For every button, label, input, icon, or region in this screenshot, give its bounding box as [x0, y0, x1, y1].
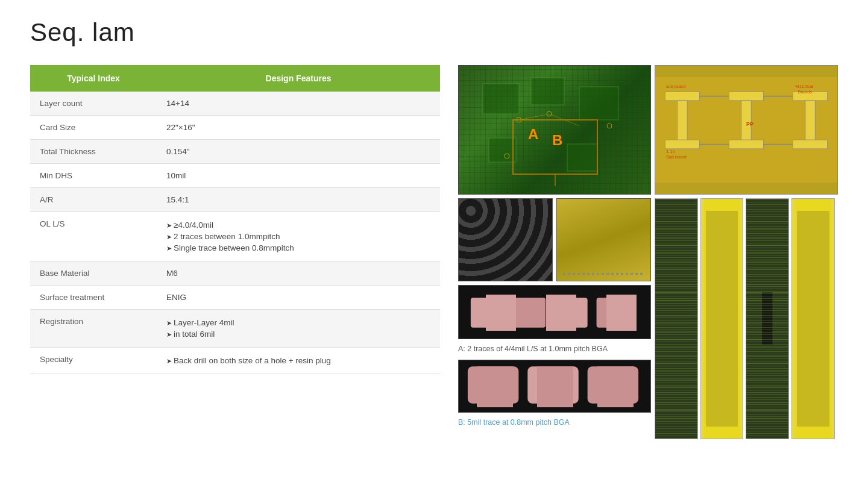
svg-text:PP: PP	[746, 121, 753, 127]
svg-rect-4	[567, 144, 597, 171]
specs-table: Typical Index Design Features Layer coun…	[30, 65, 440, 374]
svg-point-59	[586, 263, 588, 265]
row-index-8: Registration	[30, 310, 157, 348]
svg-point-51	[499, 261, 510, 272]
table-row: Min DHS10mil	[30, 164, 440, 188]
bottom-left-grid: A: 2 traces of 4/4mil L/S at 1.0mm pitch…	[458, 198, 651, 429]
svg-rect-21	[805, 101, 815, 140]
svg-point-43	[532, 226, 543, 237]
svg-rect-15	[678, 101, 687, 140]
table-row: RegistrationLayer-Layer 4milin total 6mi…	[30, 310, 440, 348]
svg-rect-130	[808, 289, 818, 349]
list-item: ≥4.0/4.0mil	[166, 219, 430, 231]
svg-rect-3	[489, 138, 516, 162]
svg-rect-63	[471, 298, 504, 328]
main-content: Typical Index Design Features Layer coun…	[30, 65, 838, 439]
table-row: A/R15.4:1	[30, 188, 440, 212]
svg-text:1-14: 1-14	[666, 149, 675, 154]
row-feature-7: ENIG	[157, 286, 440, 310]
svg-point-36	[499, 208, 510, 219]
table-row: SpecialtyBack drill on both size of a ho…	[30, 348, 440, 374]
row-index-9: Specialty	[30, 348, 157, 374]
svg-rect-69	[527, 366, 578, 404]
bottom-images-row: A: 2 traces of 4/4mil L/S at 1.0mm pitch…	[458, 198, 838, 439]
solder-image-a	[458, 285, 651, 339]
svg-rect-65	[555, 298, 588, 328]
svg-point-50	[483, 261, 494, 272]
table-row: Card Size22"×16"	[30, 116, 440, 140]
svg-rect-71	[655, 214, 697, 424]
svg-point-42	[516, 226, 527, 237]
svg-rect-66	[597, 298, 630, 328]
table-row: Surface treatmentENIG	[30, 286, 440, 310]
svg-point-52	[516, 261, 527, 272]
svg-text:sub board: sub board	[666, 84, 686, 89]
images-section: A B	[458, 65, 838, 439]
svg-point-8	[607, 124, 612, 128]
svg-point-60	[604, 266, 606, 268]
svg-point-34	[466, 208, 477, 219]
svg-rect-33	[459, 199, 552, 281]
row-feature-5: ≥4.0/4.0mil2 traces between 1.0mmpitchSi…	[157, 212, 440, 261]
svg-point-38	[532, 208, 543, 219]
row-index-4: A/R	[30, 188, 157, 212]
row-index-1: Card Size	[30, 116, 157, 140]
svg-rect-128	[795, 199, 831, 439]
svg-point-44	[466, 244, 477, 255]
svg-rect-1	[531, 78, 564, 105]
table-row: OL L/S≥4.0/4.0mil2 traces between 1.0mmp…	[30, 212, 440, 261]
caption-a: A: 2 traces of 4/4mil L/S at 1.0mm pitch…	[458, 343, 651, 356]
caption-b: B: 5mil trace at 0.8mm pitch BGA	[458, 416, 651, 430]
schematic-image: PP sub board M11.5cal Boards 1-14 Sub bo…	[655, 65, 838, 195]
svg-point-61	[622, 264, 624, 266]
row-feature-1: 22"×16"	[157, 116, 440, 140]
svg-point-37	[516, 208, 527, 219]
row-feature-4: 15.4:1	[157, 188, 440, 212]
svg-rect-19	[729, 140, 763, 149]
cross-section-4	[791, 198, 835, 439]
row-feature-3: 10mil	[157, 164, 440, 188]
svg-text:Sub board: Sub board	[666, 154, 687, 160]
cross-section-3	[746, 198, 789, 439]
micro-image-a	[458, 198, 553, 281]
solder-image-b	[458, 360, 651, 413]
row-index-0: Layer count	[30, 92, 157, 116]
svg-rect-98	[704, 199, 740, 439]
row-index-6: Base Material	[30, 261, 157, 286]
svg-rect-62	[459, 286, 650, 339]
svg-text:Boards: Boards	[798, 89, 813, 95]
row-feature-9: Back drill on both size of a hole + resi…	[157, 348, 440, 374]
svg-rect-100	[746, 214, 788, 424]
col-header-features: Design Features	[157, 65, 440, 92]
svg-point-45	[483, 244, 494, 255]
svg-rect-17	[729, 92, 763, 101]
cross-section-1	[655, 198, 698, 439]
list-item: 2 traces between 1.0mmpitch	[166, 231, 430, 242]
cross-section-2	[700, 198, 744, 439]
list-item: Layer-Layer 4mil	[166, 317, 430, 328]
row-feature-0: 14+14	[157, 92, 440, 116]
row-feature-2: 0.154"	[157, 140, 440, 164]
svg-point-47	[516, 244, 527, 255]
row-index-3: Min DHS	[30, 164, 157, 188]
svg-rect-129	[800, 211, 826, 427]
table-row: Total Thickness0.154"	[30, 140, 440, 164]
row-feature-6: M6	[157, 261, 440, 286]
svg-rect-54	[558, 199, 650, 281]
micro-images-row	[458, 198, 651, 281]
svg-rect-99	[709, 211, 735, 427]
svg-rect-70	[588, 366, 638, 404]
list-item: Single trace between 0.8mmpitch	[166, 242, 430, 254]
svg-rect-67	[459, 360, 650, 413]
table-row: Layer count14+14	[30, 92, 440, 116]
svg-text:M11.5cal: M11.5cal	[796, 84, 814, 89]
row-index-5: OL L/S	[30, 212, 157, 261]
page-title: Seq. lam	[30, 18, 838, 47]
svg-rect-22	[793, 140, 828, 149]
svg-point-41	[499, 226, 510, 237]
col-header-index: Typical Index	[30, 65, 157, 92]
svg-rect-68	[468, 366, 518, 404]
svg-point-49	[466, 261, 477, 272]
row-feature-8: Layer-Layer 4milin total 6mil	[157, 310, 440, 348]
svg-line-9	[519, 114, 549, 120]
